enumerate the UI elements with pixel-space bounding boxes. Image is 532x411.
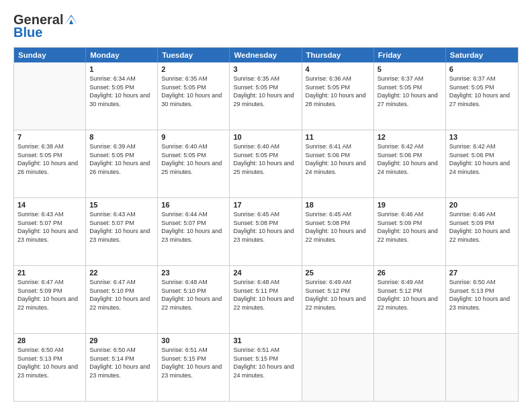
sunset-text: Sunset: 5:05 PM xyxy=(306,83,370,92)
sunrise-text: Sunrise: 6:48 AM xyxy=(233,278,298,287)
day-number: 28 xyxy=(17,336,82,345)
day-header-friday: Friday xyxy=(374,48,446,62)
day-number: 19 xyxy=(378,201,442,209)
calendar-header: SundayMondayTuesdayWednesdayThursdayFrid… xyxy=(14,48,518,62)
sunset-text: Sunset: 5:09 PM xyxy=(17,287,82,295)
daylight-text: Daylight: 10 hours and 23 minutes. xyxy=(89,363,154,379)
sunrise-text: Sunrise: 6:49 AM xyxy=(378,278,442,287)
daylight-text: Daylight: 10 hours and 22 minutes. xyxy=(17,295,82,312)
daylight-text: Daylight: 10 hours and 23 minutes. xyxy=(161,227,226,244)
sunrise-text: Sunrise: 6:37 AM xyxy=(449,75,515,83)
calendar-cell: 13Sunrise: 6:42 AMSunset: 5:06 PMDayligh… xyxy=(446,130,518,197)
day-number: 23 xyxy=(161,269,226,277)
day-number: 4 xyxy=(306,65,370,73)
sunset-text: Sunset: 5:10 PM xyxy=(161,287,226,295)
daylight-text: Daylight: 10 hours and 22 minutes. xyxy=(378,295,442,312)
sunset-text: Sunset: 5:12 PM xyxy=(306,287,370,295)
calendar-cell: 11Sunrise: 6:41 AMSunset: 5:06 PMDayligh… xyxy=(302,130,374,197)
sunrise-text: Sunrise: 6:36 AM xyxy=(306,75,370,83)
sunset-text: Sunset: 5:06 PM xyxy=(449,151,515,160)
calendar-cell: 18Sunrise: 6:45 AMSunset: 5:08 PMDayligh… xyxy=(302,198,374,265)
sunrise-text: Sunrise: 6:44 AM xyxy=(161,210,226,219)
sunrise-text: Sunrise: 6:40 AM xyxy=(161,142,226,151)
daylight-text: Daylight: 10 hours and 22 minutes. xyxy=(306,295,370,312)
calendar-cell: 29Sunrise: 6:50 AMSunset: 5:14 PMDayligh… xyxy=(86,334,158,401)
logo: General Blue xyxy=(13,12,79,40)
daylight-text: Daylight: 10 hours and 23 minutes. xyxy=(233,227,298,244)
calendar-cell: 31Sunrise: 6:51 AMSunset: 5:15 PMDayligh… xyxy=(230,334,302,401)
calendar-cell: 21Sunrise: 6:47 AMSunset: 5:09 PMDayligh… xyxy=(14,266,86,333)
sunrise-text: Sunrise: 6:46 AM xyxy=(378,210,442,219)
daylight-text: Daylight: 10 hours and 23 minutes. xyxy=(17,227,82,244)
day-number: 15 xyxy=(89,201,154,209)
sunset-text: Sunset: 5:06 PM xyxy=(306,151,370,160)
calendar-cell xyxy=(446,334,518,401)
sunset-text: Sunset: 5:05 PM xyxy=(89,83,154,92)
sunrise-text: Sunrise: 6:51 AM xyxy=(161,346,226,355)
daylight-text: Daylight: 10 hours and 22 minutes. xyxy=(378,227,442,244)
day-number: 7 xyxy=(17,133,82,141)
calendar-cell: 25Sunrise: 6:49 AMSunset: 5:12 PMDayligh… xyxy=(302,266,374,333)
sunrise-text: Sunrise: 6:39 AM xyxy=(89,142,154,151)
sunset-text: Sunset: 5:05 PM xyxy=(378,83,442,92)
calendar-cell: 23Sunrise: 6:48 AMSunset: 5:10 PMDayligh… xyxy=(158,266,230,333)
day-number: 2 xyxy=(161,65,226,73)
day-number: 5 xyxy=(378,65,442,73)
sunset-text: Sunset: 5:10 PM xyxy=(89,287,154,295)
daylight-text: Daylight: 10 hours and 22 minutes. xyxy=(89,295,154,312)
sunrise-text: Sunrise: 6:46 AM xyxy=(449,210,515,219)
calendar-cell: 12Sunrise: 6:42 AMSunset: 5:06 PMDayligh… xyxy=(374,130,446,197)
day-header-saturday: Saturday xyxy=(446,48,518,62)
daylight-text: Daylight: 10 hours and 30 minutes. xyxy=(161,91,226,108)
calendar-cell: 5Sunrise: 6:37 AMSunset: 5:05 PMDaylight… xyxy=(374,62,446,130)
calendar-cell: 14Sunrise: 6:43 AMSunset: 5:07 PMDayligh… xyxy=(14,198,86,265)
sunset-text: Sunset: 5:09 PM xyxy=(449,219,515,228)
sunset-text: Sunset: 5:14 PM xyxy=(89,355,154,363)
daylight-text: Daylight: 10 hours and 24 minutes. xyxy=(449,159,515,176)
sunrise-text: Sunrise: 6:50 AM xyxy=(89,346,154,355)
sunrise-text: Sunrise: 6:50 AM xyxy=(449,278,515,287)
calendar-cell: 24Sunrise: 6:48 AMSunset: 5:11 PMDayligh… xyxy=(230,266,302,333)
day-header-monday: Monday xyxy=(86,48,158,62)
day-number: 1 xyxy=(89,65,154,73)
calendar-cell: 22Sunrise: 6:47 AMSunset: 5:10 PMDayligh… xyxy=(86,266,158,333)
sunrise-text: Sunrise: 6:40 AM xyxy=(233,142,298,151)
day-number: 12 xyxy=(378,133,442,141)
calendar-cell xyxy=(302,334,374,401)
calendar-cell: 9Sunrise: 6:40 AMSunset: 5:05 PMDaylight… xyxy=(158,130,230,197)
daylight-text: Daylight: 10 hours and 23 minutes. xyxy=(17,363,82,379)
sunrise-text: Sunrise: 6:45 AM xyxy=(233,210,298,219)
calendar-row-5: 28Sunrise: 6:50 AMSunset: 5:13 PMDayligh… xyxy=(14,333,518,401)
daylight-text: Daylight: 10 hours and 30 minutes. xyxy=(89,91,154,108)
day-number: 27 xyxy=(449,269,515,277)
calendar-cell: 17Sunrise: 6:45 AMSunset: 5:08 PMDayligh… xyxy=(230,198,302,265)
sunrise-text: Sunrise: 6:37 AM xyxy=(378,75,442,83)
sunrise-text: Sunrise: 6:41 AM xyxy=(306,142,370,151)
daylight-text: Daylight: 10 hours and 22 minutes. xyxy=(161,295,226,312)
daylight-text: Daylight: 10 hours and 22 minutes. xyxy=(306,227,370,244)
sunset-text: Sunset: 5:12 PM xyxy=(378,287,442,295)
sunrise-text: Sunrise: 6:38 AM xyxy=(17,142,82,151)
sunrise-text: Sunrise: 6:47 AM xyxy=(89,278,154,287)
page: General Blue SundayMondayTuesdayWednesda… xyxy=(0,0,532,411)
calendar-cell xyxy=(14,62,86,130)
sunrise-text: Sunrise: 6:42 AM xyxy=(449,142,515,151)
sunrise-text: Sunrise: 6:49 AM xyxy=(306,278,370,287)
sunset-text: Sunset: 5:08 PM xyxy=(233,219,298,228)
day-number: 11 xyxy=(306,133,370,141)
calendar-cell: 7Sunrise: 6:38 AMSunset: 5:05 PMDaylight… xyxy=(14,130,86,197)
day-number: 18 xyxy=(306,201,370,209)
day-number: 3 xyxy=(233,65,298,73)
daylight-text: Daylight: 10 hours and 24 minutes. xyxy=(306,159,370,176)
sunset-text: Sunset: 5:13 PM xyxy=(17,355,82,363)
calendar-body: 1Sunrise: 6:34 AMSunset: 5:05 PMDaylight… xyxy=(14,62,518,401)
sunrise-text: Sunrise: 6:34 AM xyxy=(89,75,154,83)
daylight-text: Daylight: 10 hours and 24 minutes. xyxy=(378,159,442,176)
daylight-text: Daylight: 10 hours and 22 minutes. xyxy=(233,295,298,312)
daylight-text: Daylight: 10 hours and 27 minutes. xyxy=(378,91,442,108)
calendar-cell: 30Sunrise: 6:51 AMSunset: 5:15 PMDayligh… xyxy=(158,334,230,401)
day-number: 30 xyxy=(161,336,226,345)
sunset-text: Sunset: 5:05 PM xyxy=(233,151,298,160)
sunset-text: Sunset: 5:05 PM xyxy=(89,151,154,160)
calendar-cell: 2Sunrise: 6:35 AMSunset: 5:05 PMDaylight… xyxy=(158,62,230,130)
